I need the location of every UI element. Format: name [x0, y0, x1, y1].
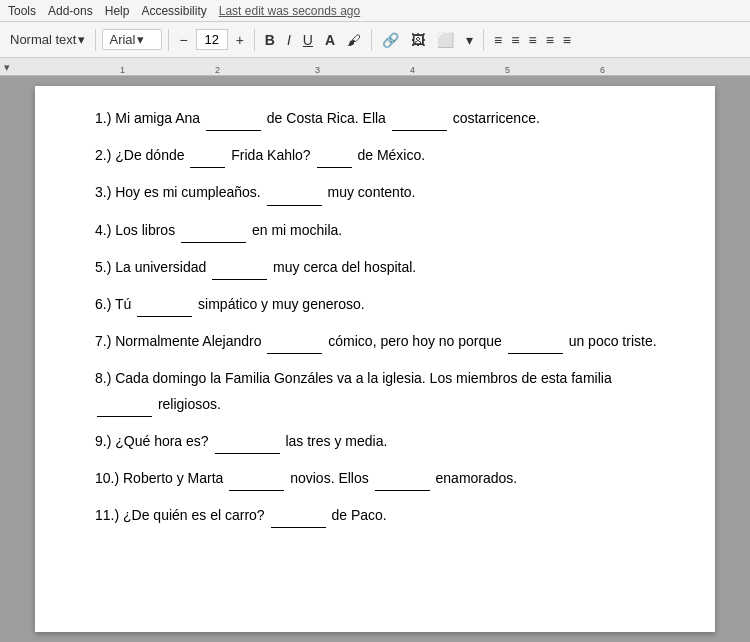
- ruler-mark-2: 2: [215, 65, 220, 75]
- last-edit-status: Last edit was seconds ago: [219, 4, 360, 18]
- toolbar: Normal text ▾ Arial ▾ − 12 + B I U A 🖌 🔗…: [0, 22, 750, 58]
- sentence-7-text: 7.) Normalmente Alejandro: [95, 333, 265, 349]
- sentence-9-text: 9.) ¿Qué hora es?: [95, 433, 213, 449]
- sentence-11: 11.) ¿De quién es el carro? de Paco.: [95, 503, 665, 528]
- sentence-1-text-2: de Costa Rica. Ella: [267, 110, 390, 126]
- sentence-10-text-3: enamorados.: [436, 470, 518, 486]
- ruler-inner: 1 2 3 4 5 6: [60, 58, 750, 75]
- separator-5: [483, 29, 484, 51]
- sentence-8: 8.) Cada domingo la Familia Gonzáles va …: [95, 366, 665, 416]
- sentence-1-text-3: costarricence.: [453, 110, 540, 126]
- blank-7b[interactable]: [508, 353, 563, 354]
- sentence-3: 3.) Hoy es mi cumpleaños. muy contento.: [95, 180, 665, 205]
- italic-button[interactable]: I: [283, 30, 295, 50]
- blank-9a[interactable]: [215, 453, 280, 454]
- blank-6a[interactable]: [137, 316, 192, 317]
- blank-11a[interactable]: [271, 527, 326, 528]
- sentence-7-text-3: un poco triste.: [569, 333, 657, 349]
- style-label: Normal text: [10, 32, 76, 47]
- blank-2b[interactable]: [317, 167, 352, 168]
- sentence-5: 5.) La universidad muy cerca del hospita…: [95, 255, 665, 280]
- sentence-4-text-2: en mi mochila.: [252, 222, 342, 238]
- ruler-mark-4: 4: [410, 65, 415, 75]
- sentence-11-text-2: de Paco.: [331, 507, 386, 523]
- font-size-input[interactable]: 12: [196, 29, 228, 50]
- separator-1: [95, 29, 96, 51]
- paint-format-icon[interactable]: 🖌: [343, 30, 365, 50]
- ruler: ▾ 1 2 3 4 5 6: [0, 58, 750, 76]
- style-dropdown-icon[interactable]: ▾: [78, 32, 85, 47]
- insert-image-icon[interactable]: 🖼: [407, 30, 429, 50]
- sentence-2-text: 2.) ¿De dónde: [95, 147, 188, 163]
- font-size-decrease[interactable]: −: [175, 30, 191, 50]
- blank-4a[interactable]: [181, 242, 246, 243]
- insert-table-dropdown[interactable]: ▾: [462, 30, 477, 50]
- sentence-1-text: 1.) Mi amiga Ana: [95, 110, 204, 126]
- font-color-button[interactable]: A: [321, 30, 339, 50]
- ruler-mark-1: 1: [120, 65, 125, 75]
- align-center-button[interactable]: ≡: [507, 30, 523, 50]
- blank-7a[interactable]: [267, 353, 322, 354]
- sentence-7-text-2: cómico, pero hoy no porque: [328, 333, 505, 349]
- sentence-5-text: 5.) La universidad: [95, 259, 210, 275]
- blank-8a[interactable]: [97, 416, 152, 417]
- sentence-1: 1.) Mi amiga Ana de Costa Rica. Ella cos…: [95, 106, 665, 131]
- menu-addons[interactable]: Add-ons: [48, 4, 93, 18]
- font-size-increase[interactable]: +: [232, 30, 248, 50]
- sentence-4: 4.) Los libros en mi mochila.: [95, 218, 665, 243]
- line-spacing-button[interactable]: ≡: [559, 30, 575, 50]
- sentence-5-text-2: muy cerca del hospital.: [273, 259, 416, 275]
- sentence-2-text-3: de México.: [357, 147, 425, 163]
- menu-tools[interactable]: Tools: [8, 4, 36, 18]
- separator-4: [371, 29, 372, 51]
- insert-link-icon[interactable]: 🔗: [378, 30, 403, 50]
- menu-help[interactable]: Help: [105, 4, 130, 18]
- sentence-10: 10.) Roberto y Marta novios. Ellos enamo…: [95, 466, 665, 491]
- sentence-6-text-2: simpático y muy generoso.: [198, 296, 365, 312]
- separator-2: [168, 29, 169, 51]
- style-selector[interactable]: Normal text ▾: [6, 30, 89, 49]
- blank-1b[interactable]: [392, 130, 447, 131]
- ruler-mark-3: 3: [315, 65, 320, 75]
- ruler-mark-6: 6: [600, 65, 605, 75]
- align-right-button[interactable]: ≡: [524, 30, 540, 50]
- sentence-6-text: 6.) Tú: [95, 296, 135, 312]
- sentence-2: 2.) ¿De dónde Frida Kahlo? de México.: [95, 143, 665, 168]
- ruler-mark-5: 5: [505, 65, 510, 75]
- blank-10a[interactable]: [229, 490, 284, 491]
- sentence-9: 9.) ¿Qué hora es? las tres y media.: [95, 429, 665, 454]
- blank-3a[interactable]: [267, 205, 322, 206]
- sentence-4-text: 4.) Los libros: [95, 222, 179, 238]
- sentence-9-text-2: las tres y media.: [285, 433, 387, 449]
- sentence-8-text-2: religiosos.: [158, 396, 221, 412]
- font-name-label: Arial: [109, 32, 135, 47]
- sentence-2-text-2: Frida Kahlo?: [231, 147, 314, 163]
- page: 1.) Mi amiga Ana de Costa Rica. Ella cos…: [35, 86, 715, 632]
- blank-5a[interactable]: [212, 279, 267, 280]
- align-justify-button[interactable]: ≡: [542, 30, 558, 50]
- blank-10b[interactable]: [375, 490, 430, 491]
- sentence-3-text-2: muy contento.: [328, 184, 416, 200]
- ruler-indent-arrow: ▾: [4, 61, 10, 74]
- font-dropdown-icon: ▾: [137, 32, 144, 47]
- menu-accessibility[interactable]: Accessibility: [141, 4, 206, 18]
- sentence-10-text: 10.) Roberto y Marta: [95, 470, 227, 486]
- align-group: ≡ ≡ ≡ ≡ ≡: [490, 30, 575, 50]
- menu-bar: Tools Add-ons Help Accessibility Last ed…: [0, 0, 750, 22]
- sentence-7: 7.) Normalmente Alejandro cómico, pero h…: [95, 329, 665, 354]
- bold-button[interactable]: B: [261, 30, 279, 50]
- blank-1a[interactable]: [206, 130, 261, 131]
- sentence-10-text-2: novios. Ellos: [290, 470, 372, 486]
- align-left-button[interactable]: ≡: [490, 30, 506, 50]
- font-name-selector[interactable]: Arial ▾: [102, 29, 162, 50]
- blank-2a[interactable]: [190, 167, 225, 168]
- sentence-3-text: 3.) Hoy es mi cumpleaños.: [95, 184, 265, 200]
- separator-3: [254, 29, 255, 51]
- underline-button[interactable]: U: [299, 30, 317, 50]
- sentence-8-text: 8.) Cada domingo la Familia Gonzáles va …: [95, 370, 612, 386]
- insert-table-icon[interactable]: ⬜: [433, 30, 458, 50]
- sentence-11-text: 11.) ¿De quién es el carro?: [95, 507, 269, 523]
- document-area: 1.) Mi amiga Ana de Costa Rica. Ella cos…: [0, 76, 750, 642]
- sentence-6: 6.) Tú simpático y muy generoso.: [95, 292, 665, 317]
